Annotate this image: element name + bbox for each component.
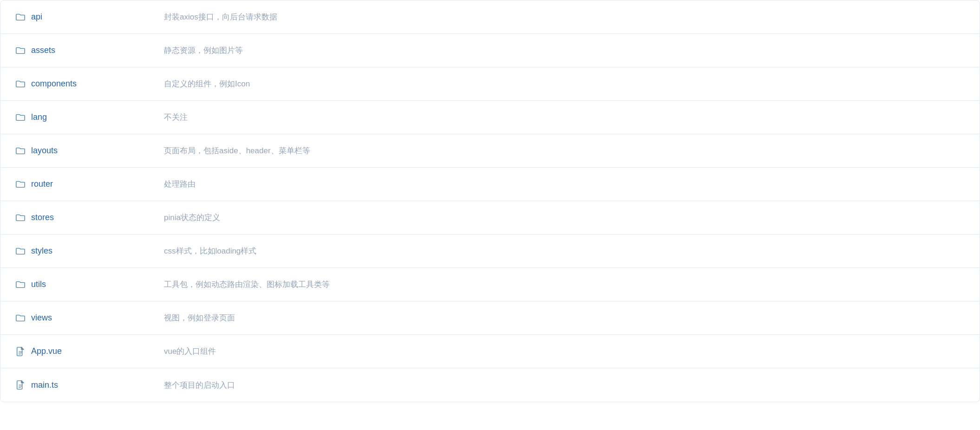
folder-icon <box>15 112 26 123</box>
table-row: assets 静态资源，例如图片等 <box>0 34 980 67</box>
item-desc: 静态资源，例如图片等 <box>164 45 965 56</box>
folder-icon <box>15 79 26 89</box>
table-row: views 视图，例如登录页面 <box>0 301 980 335</box>
item-name: utils <box>31 280 46 289</box>
item-name-col: components <box>15 79 164 89</box>
table-row: utils 工具包，例如动态路由渲染、图标加载工具类等 <box>0 268 980 301</box>
item-desc: vue的入口组件 <box>164 346 965 357</box>
folder-icon <box>15 146 26 156</box>
item-name-col: App.vue <box>15 346 164 357</box>
item-name: assets <box>31 46 55 55</box>
file-icon <box>15 380 26 390</box>
table-row: main.ts 整个项目的启动入口 <box>0 368 980 402</box>
folder-icon <box>15 213 26 223</box>
item-name: components <box>31 79 77 89</box>
file-icon <box>15 346 26 357</box>
item-name-col: views <box>15 313 164 323</box>
item-name-col: utils <box>15 280 164 290</box>
item-name: api <box>31 12 42 22</box>
table-row: styles css样式，比如loading样式 <box>0 235 980 268</box>
folder-icon <box>15 246 26 256</box>
item-name-col: assets <box>15 46 164 56</box>
table-row: router 处理路由 <box>0 168 980 201</box>
item-name: main.ts <box>31 380 58 390</box>
item-name-col: lang <box>15 112 164 123</box>
file-table: api 封装axios接口，向后台请求数据 assets 静态资源，例如图片等 … <box>0 0 980 402</box>
folder-icon <box>15 313 26 323</box>
item-desc: css样式，比如loading样式 <box>164 246 965 256</box>
item-desc: 视图，例如登录页面 <box>164 313 965 323</box>
item-name-col: stores <box>15 213 164 223</box>
table-row: api 封装axios接口，向后台请求数据 <box>0 0 980 34</box>
item-name-col: main.ts <box>15 380 164 390</box>
item-name: lang <box>31 112 47 122</box>
item-name: layouts <box>31 146 58 156</box>
item-desc: pinia状态的定义 <box>164 212 965 223</box>
item-name-col: router <box>15 179 164 189</box>
item-name-col: styles <box>15 246 164 256</box>
item-desc: 自定义的组件，例如Icon <box>164 78 965 89</box>
item-desc: 处理路由 <box>164 179 965 189</box>
item-name: router <box>31 179 53 189</box>
item-desc: 封装axios接口，向后台请求数据 <box>164 12 965 22</box>
item-name: views <box>31 313 52 323</box>
item-desc: 工具包，例如动态路由渲染、图标加载工具类等 <box>164 279 965 290</box>
table-row: App.vue vue的入口组件 <box>0 335 980 368</box>
folder-icon <box>15 46 26 56</box>
item-name-col: layouts <box>15 146 164 156</box>
table-row: lang 不关注 <box>0 101 980 134</box>
folder-icon <box>15 280 26 290</box>
item-desc: 页面布局，包括aside、header、菜单栏等 <box>164 145 965 156</box>
table-row: layouts 页面布局，包括aside、header、菜单栏等 <box>0 134 980 168</box>
item-desc: 不关注 <box>164 112 965 123</box>
item-name: App.vue <box>31 346 62 356</box>
table-row: stores pinia状态的定义 <box>0 201 980 235</box>
folder-icon <box>15 12 26 22</box>
table-row: components 自定义的组件，例如Icon <box>0 67 980 101</box>
folder-icon <box>15 179 26 189</box>
item-name: stores <box>31 213 54 222</box>
item-desc: 整个项目的启动入口 <box>164 380 965 391</box>
item-name-col: api <box>15 12 164 22</box>
item-name: styles <box>31 246 52 256</box>
